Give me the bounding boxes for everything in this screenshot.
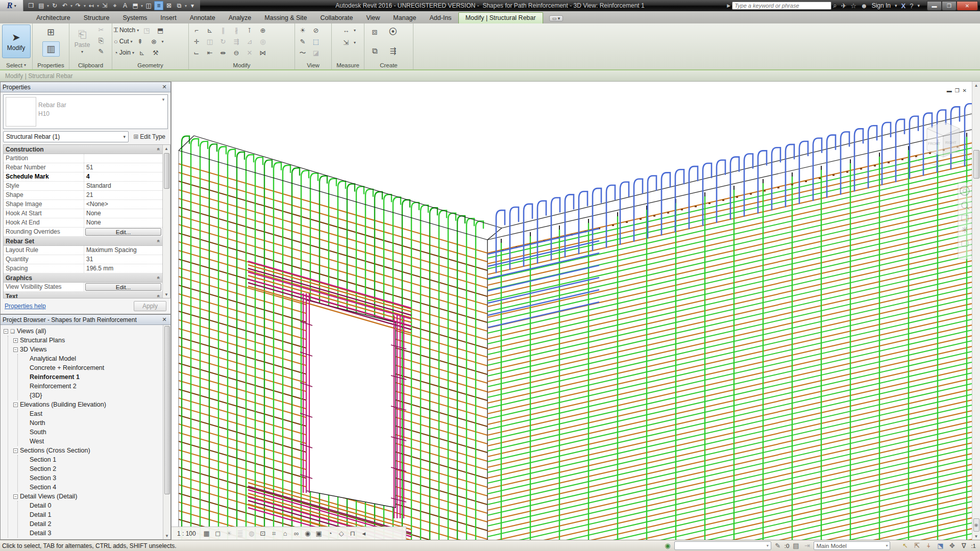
application-menu-button[interactable]: R ▾ [0,0,23,11]
panel-label-create[interactable]: Create [366,61,411,69]
tree-item-west[interactable]: West [23,437,163,446]
create-group-icon[interactable]: ⦿ [384,24,402,40]
tree-item-sections-cross-section-[interactable]: −Sections (Cross Section) [13,446,163,455]
tree-item-elevations-building-elevation-[interactable]: −Elevations (Building Elevation) [13,400,163,409]
copy-icon[interactable]: ◫ [204,36,216,47]
property-value[interactable] [84,154,162,163]
rotate-group-icon[interactable]: ◎ [257,36,269,47]
tree-item-section-3[interactable]: Section 3 [23,473,163,483]
selection-filter-select[interactable]: Structural Rebar (1)▾ [3,131,129,142]
active-design-option-select[interactable]: Main Model▾ [814,541,890,550]
collapse-chevron-icon[interactable]: « [156,240,162,243]
measure-along-element-icon[interactable]: ⇲ [340,37,352,48]
mirror-draw-axis-icon[interactable]: ∦ [230,25,242,36]
properties-palette-icon[interactable]: ▥ [42,41,60,57]
property-value[interactable]: <None> [84,200,162,209]
close-button[interactable]: ✕ [957,1,978,11]
sign-in-chevron-icon[interactable]: ▾ [895,3,897,8]
property-value[interactable]: 196.5 mm [84,264,162,273]
undo-icon[interactable]: ↶ [60,1,69,10]
cope-icon[interactable]: ◳ [140,25,153,36]
filter-icon[interactable]: ∇ [959,542,968,549]
paste-button[interactable]: ⎗ Paste ▾ [71,24,93,58]
modify-button[interactable]: ➤ Modify [2,24,31,58]
project-browser-close-icon[interactable]: ✕ [160,316,168,323]
tree-item-structural-plans[interactable]: +Structural Plans [13,336,163,345]
property-value[interactable]: 51 [84,163,162,172]
scroll-down-icon[interactable]: ▼ [163,291,170,298]
beam-join-icon[interactable]: ⇞ [134,36,146,47]
override-graphics-icon[interactable]: ✎ [297,36,309,47]
undo-chevron-icon[interactable]: ▾ [70,4,72,8]
collapse-icon[interactable]: − [13,403,18,407]
tree-item-section-4[interactable]: Section 4 [23,483,163,492]
section-header-rebar-set[interactable]: Rebar Set« [4,237,162,246]
tab-insert[interactable]: Insert [154,13,183,23]
collapse-icon[interactable]: − [13,347,18,352]
collapse-icon[interactable]: − [13,494,18,499]
search-icon[interactable]: ⌕ [833,2,837,10]
section-header-text[interactable]: Text« [4,292,162,298]
save-chevron-icon[interactable]: ▾ [47,4,49,8]
tree-item-detail-0[interactable]: Detail 0 [23,501,163,510]
view-restore-icon[interactable]: ❐ [955,88,960,93]
view-scale-button[interactable]: 1 : 100 [175,530,201,538]
switch-windows-chevron-icon[interactable]: ▾ [185,4,187,8]
property-value[interactable]: 4 [84,172,162,181]
switch-windows-icon[interactable]: ⧉ [175,1,184,10]
type-selector-chevron-icon[interactable]: ▾ [159,95,167,129]
tab-add-ins[interactable]: Add-Ins [423,13,458,23]
offset-icon[interactable]: ⊾ [204,25,216,36]
tab-structure[interactable]: Structure [77,13,116,23]
tree-item-views-all-[interactable]: −❏Views (all) [4,327,163,336]
collapse-chevron-icon[interactable]: « [156,148,162,151]
section-header-construction[interactable]: Construction« [4,145,162,154]
scale-icon[interactable]: ⊿ [243,36,256,47]
dimension-chevron-icon[interactable]: ▾ [97,4,99,8]
expand-icon[interactable]: + [13,338,18,343]
view-minimize-icon[interactable]: ▬ [947,88,952,93]
join-ends-icon[interactable]: ⋈ [257,47,269,58]
default-3d-view-icon[interactable]: ⬒ [131,1,140,10]
visual-style-icon[interactable]: ◻ [213,529,223,539]
panel-label-geometry[interactable]: Geometry [114,61,187,69]
properties-close-icon[interactable]: ✕ [160,84,168,90]
displaced-elements-icon[interactable]: ◇ [336,529,347,539]
type-selector[interactable]: Rebar Bar H10 ▾ [3,94,168,129]
align-icon[interactable]: ⌐ [190,25,203,36]
panel-label-properties[interactable]: Properties [34,61,67,69]
editing-requests-icon[interactable]: ✎ [773,542,782,549]
drawing-area[interactable]: FRONT RIGHT ▬ ❐ ✕ 1 : 100 ▦◻☀▒◍⊡⌗⌂∞◉▣◔◇⊓… [172,82,980,540]
redo-icon[interactable]: ↷ [74,1,83,10]
select-links-toggle-icon[interactable]: ↖ [900,542,910,549]
tab-modify-structural-rebar[interactable]: Modify | Structural Rebar [458,12,543,23]
tree-item--3d-[interactable]: {3D} [23,391,163,400]
project-browser-scrollbar[interactable]: ▼ [163,325,170,539]
section-header-graphics[interactable]: Graphics« [4,273,162,283]
view-visibility-icon[interactable]: ☀ [297,25,309,36]
tab-view[interactable]: View [359,13,386,23]
collapse-icon[interactable]: − [13,448,18,453]
collapse-icon[interactable]: − [4,329,8,334]
panel-label-modify[interactable]: Modify [190,61,293,69]
sun-path-icon[interactable]: ☀ [224,529,234,539]
tree-item-analytical-model[interactable]: Analytical Model [23,354,163,363]
tab-manage[interactable]: Manage [386,13,423,23]
tree-item-detail-2[interactable]: Detail 2 [23,519,163,529]
selection-box-icon[interactable]: ⬚ [310,36,322,47]
join-button[interactable]: Join [119,49,131,56]
property-value[interactable]: 21 [84,191,162,199]
measure-icon[interactable]: ⇲ [100,1,109,10]
properties-scrollbar[interactable]: ▲ ▼ [162,145,170,298]
sync-icon[interactable]: ↻ [50,1,59,10]
select-underlay-toggle-icon[interactable]: ⇱ [912,542,921,549]
unlocked-view-icon[interactable]: ⌂ [280,529,290,539]
help-icon[interactable]: ? [910,2,913,10]
apply-coping-icon[interactable]: ⬒ [154,25,166,36]
worksets-icon[interactable]: ◉ [663,542,672,549]
cutaway-icon[interactable]: ◪ [310,47,322,58]
tree-item-reinforcement-1[interactable]: Reinforcement 1 [23,372,163,382]
section-icon[interactable]: ◫ [144,1,153,10]
tab-collaborate[interactable]: Collaborate [314,13,360,23]
tree-item-east[interactable]: East [23,409,163,418]
